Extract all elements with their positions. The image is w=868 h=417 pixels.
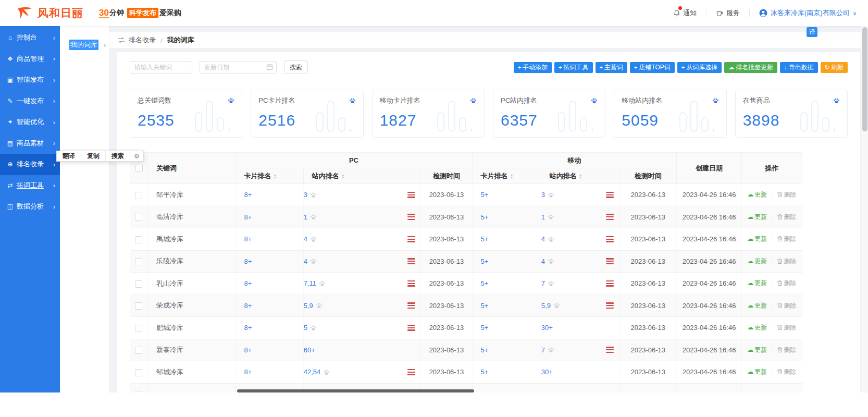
- update-button[interactable]: ☁更新: [747, 324, 767, 331]
- row-checkbox[interactable]: [135, 369, 142, 376]
- rank-list-icon[interactable]: [606, 280, 614, 287]
- update-button[interactable]: ☁更新: [747, 213, 767, 220]
- rank-list-icon[interactable]: [407, 258, 415, 264]
- delete-button[interactable]: 删除: [777, 235, 796, 242]
- subsidebar-item-my-lexicon[interactable]: 我的词库 ›: [60, 40, 109, 50]
- mobile-card-rank-link[interactable]: 5+: [481, 235, 489, 243]
- pc-site-rank-link[interactable]: 5: [304, 324, 307, 332]
- sidebar-item-product-management[interactable]: ❖商品管理›: [0, 48, 60, 70]
- mobile-site-rank-link[interactable]: 30+: [541, 324, 553, 332]
- update-button[interactable]: ☁更新: [747, 191, 767, 198]
- update-button[interactable]: ☁更新: [747, 302, 767, 309]
- sidebar-item-rank-index[interactable]: ⊕排名收录›: [0, 154, 60, 175]
- service-button[interactable]: 服务: [706, 8, 749, 18]
- pc-site-rank-link[interactable]: 4: [304, 235, 307, 243]
- mobile-card-rank-link[interactable]: 5+: [481, 191, 489, 199]
- row-checkbox[interactable]: [135, 192, 142, 199]
- row-checkbox[interactable]: [135, 258, 142, 265]
- update-button[interactable]: ☁更新: [747, 368, 767, 375]
- notifications-button[interactable]: 通知: [664, 8, 706, 18]
- row-checkbox[interactable]: [135, 280, 142, 288]
- pc-card-rank-link[interactable]: 8+: [244, 235, 252, 243]
- rank-list-icon[interactable]: [407, 192, 415, 198]
- gear-icon[interactable]: ⚙: [130, 153, 143, 160]
- pc-card-rank-link[interactable]: 8+: [244, 213, 252, 221]
- selection-menu-copy[interactable]: 复制: [81, 151, 106, 161]
- mobile-card-rank-link[interactable]: 5+: [481, 279, 489, 287]
- sort-icon[interactable]: ▲▼: [510, 174, 514, 179]
- mobile-site-rank-link[interactable]: 7: [541, 346, 545, 354]
- select-from-lexicon-button[interactable]: +从词库选择: [677, 62, 722, 73]
- delete-button[interactable]: 删除: [777, 302, 796, 309]
- search-button[interactable]: 搜索: [284, 60, 308, 74]
- update-button[interactable]: ☁更新: [747, 346, 767, 353]
- row-checkbox[interactable]: [135, 325, 142, 332]
- rank-list-icon[interactable]: [407, 280, 415, 287]
- pc-site-rank-link[interactable]: 1: [304, 213, 307, 221]
- export-data-button[interactable]: ↓导出数据: [780, 62, 818, 73]
- col-mobile-site-rank[interactable]: 站内排名▲▼: [541, 168, 619, 184]
- pc-site-rank-link[interactable]: 7,11: [304, 279, 316, 287]
- word-expand-tools-button[interactable]: +拓词工具: [554, 62, 592, 73]
- delete-button[interactable]: 删除: [777, 191, 796, 198]
- row-checkbox[interactable]: [135, 347, 142, 354]
- sort-icon[interactable]: ▲▼: [579, 174, 582, 179]
- mobile-card-rank-link[interactable]: 5+: [481, 302, 489, 310]
- mobile-card-rank-link[interactable]: 5+: [481, 368, 489, 376]
- rank-list-icon[interactable]: [407, 236, 415, 242]
- rank-list-icon[interactable]: [606, 347, 614, 353]
- mobile-site-rank-link[interactable]: 4: [541, 257, 545, 265]
- pc-card-rank-link[interactable]: 8+: [244, 368, 252, 376]
- selection-menu-search[interactable]: 搜索: [106, 151, 130, 161]
- breadcrumb-parent[interactable]: 排名收录: [129, 35, 156, 45]
- mobile-site-rank-link[interactable]: 4: [541, 235, 545, 243]
- sidebar-item-one-click-publish[interactable]: ✎一键发布›: [0, 91, 60, 112]
- extension-float-icon[interactable]: 译: [807, 27, 817, 37]
- mobile-card-rank-link[interactable]: 5+: [481, 324, 489, 332]
- pc-card-rank-link[interactable]: 8+: [244, 302, 252, 310]
- pc-card-rank-link[interactable]: 8+: [244, 191, 252, 199]
- rank-list-icon[interactable]: [606, 214, 614, 220]
- pc-card-rank-link[interactable]: 8+: [244, 324, 252, 332]
- pc-card-rank-link[interactable]: 8+: [244, 279, 252, 287]
- rank-list-icon[interactable]: [407, 214, 415, 220]
- select-all-checkbox[interactable]: [135, 165, 143, 172]
- keyword-search-input[interactable]: [130, 61, 192, 73]
- delete-button[interactable]: 删除: [777, 257, 796, 265]
- manual-add-button[interactable]: +手动添加: [514, 62, 552, 73]
- delete-button[interactable]: 删除: [777, 368, 796, 375]
- row-checkbox[interactable]: [135, 236, 142, 243]
- rank-list-icon[interactable]: [407, 369, 415, 375]
- refresh-button[interactable]: ↻刷新: [821, 62, 848, 73]
- sort-icon[interactable]: ▲▼: [273, 174, 277, 179]
- pc-site-rank-link[interactable]: 42,54: [304, 368, 321, 376]
- rank-list-icon[interactable]: [606, 258, 614, 264]
- horizontal-scrollbar-thumb[interactable]: [237, 389, 474, 393]
- col-mobile-card-rank[interactable]: 卡片排名▲▼: [472, 168, 541, 184]
- vertical-scrollbar[interactable]: [861, 26, 868, 393]
- rank-list-icon[interactable]: [606, 302, 614, 309]
- rank-list-icon[interactable]: [606, 236, 614, 242]
- mobile-card-rank-link[interactable]: 5+: [481, 346, 489, 354]
- shop-top-words-button[interactable]: +店铺TOP词: [630, 62, 675, 73]
- delete-button[interactable]: 删除: [777, 324, 796, 331]
- pc-card-rank-link[interactable]: 8+: [244, 257, 252, 265]
- sidebar-item-data-analytics[interactable]: ◫数据分析›: [0, 196, 60, 217]
- sidebar-item-word-expand-tools[interactable]: ⇄拓词工具›: [0, 175, 60, 197]
- update-button[interactable]: ☁更新: [747, 235, 767, 242]
- selection-menu-translate[interactable]: 翻译: [57, 151, 81, 161]
- mobile-site-rank-link[interactable]: 1: [541, 213, 545, 221]
- account-menu[interactable]: 冰客来冷库(南京)有限公司 ∨: [750, 8, 857, 18]
- batch-update-rank-button[interactable]: ☁排名批量更新: [724, 62, 777, 73]
- delete-button[interactable]: 删除: [777, 346, 796, 353]
- col-pc-site-rank[interactable]: 站内排名▲▼: [303, 168, 421, 184]
- update-button[interactable]: ☁更新: [747, 257, 767, 265]
- pc-site-rank-link[interactable]: 4: [304, 257, 307, 265]
- pc-site-rank-link[interactable]: 5,9: [304, 302, 313, 310]
- pc-card-rank-link[interactable]: 8+: [244, 346, 252, 354]
- main-words-button[interactable]: +主营词: [596, 62, 627, 73]
- delete-button[interactable]: 删除: [777, 213, 796, 220]
- mobile-site-rank-link[interactable]: 7: [541, 279, 545, 287]
- update-date-input[interactable]: [200, 61, 277, 73]
- sidebar-item-smart-optimize[interactable]: ✦智能优化›: [0, 112, 60, 133]
